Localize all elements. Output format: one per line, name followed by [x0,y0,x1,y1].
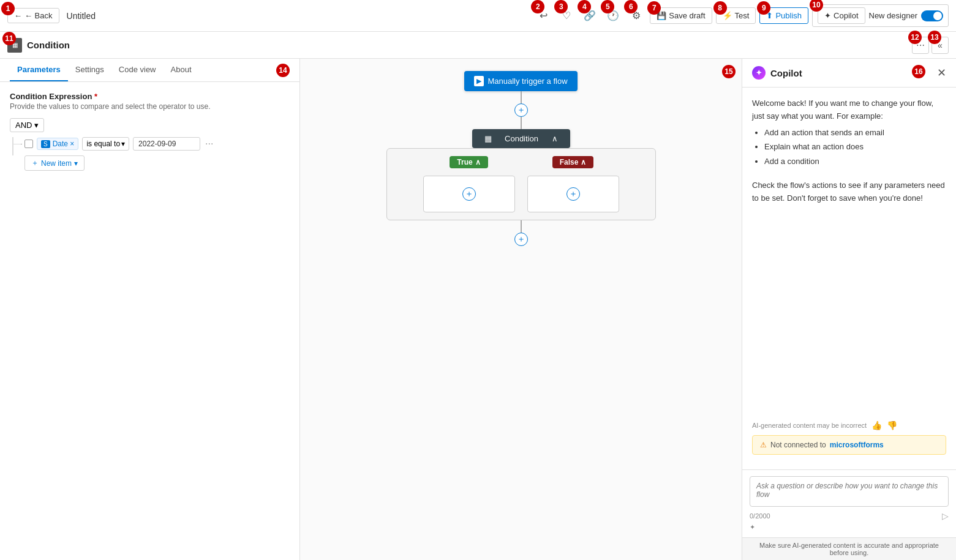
add-in-false[interactable]: ＋ [566,187,580,201]
condition-row: S Date × is equal to ▾ ··· [24,137,290,151]
example-1: Add an action that sends an email [764,127,946,140]
add-after-condition[interactable]: ＋ [514,233,528,246]
condition-title: Condition [27,40,70,50]
badge-16: 16 [912,65,925,78]
new-item-button[interactable]: ＋ New item ▾ [24,155,85,171]
center-panel: 15 ▶ Manually trigger a flow ＋ ▦ Conditi… [300,59,742,560]
copilot-welcome-message: Welcome back! If you want me to change y… [752,97,946,172]
tab-about[interactable]: About [164,59,199,81]
new-designer-toggle-wrap: ✦ Copilot New designer [812,4,949,27]
not-connected-banner: ⚠ Not connected to microsoftforms [752,435,946,455]
tab-code-view[interactable]: Code view [111,59,164,81]
branches-row: True ∧ ＋ False ∧ [423,156,619,212]
badge3-wrap: 3 ♡ [557,6,576,26]
connector-3 [521,220,522,233]
back-button[interactable]: ← ← Back [7,8,59,23]
copilot-button[interactable]: ✦ Copilot [818,7,865,24]
connector-2 [521,117,522,129]
copilot-panel: 16 ✦ Copilot ✕ Welcome back! If you want… [742,59,956,560]
badge2-wrap: 2 ↩ [533,6,553,26]
save-draft-label: Save draft [669,11,705,20]
main-layout: Parameters Settings Code view About 14 C… [0,59,956,560]
badge-1: 1 [1,2,15,15]
badge11-wrap: 11 ▦ Condition [7,38,70,53]
date-chip[interactable]: S Date × [37,138,78,150]
trigger-icon: ▶ [474,76,484,86]
badge10-wrap: 10 ✦ Copilot New designer [812,4,949,27]
condition-flow-label: Condition [505,134,538,143]
not-connected-text: Not connected to [770,441,826,449]
plus-icon: ＋ [31,158,39,168]
horiz-bar [12,144,21,144]
tab-parameters[interactable]: Parameters [10,59,68,81]
back-label: ← Back [24,11,53,20]
vert-bar [12,137,13,155]
badge14-wrap: 14 [276,59,290,81]
new-designer-toggle[interactable] [921,10,943,21]
copilot-input-footer: 0/2000 ▷ [750,511,949,521]
field-hint: Provide the values to compare and select… [10,102,290,111]
thumbs-down-button[interactable]: 👎 [887,420,897,430]
new-item-label: New item [41,159,72,168]
connector-1 [521,91,522,103]
thumbs-up-button[interactable]: 👍 [871,420,882,430]
false-label: False ∧ [552,156,594,168]
ai-disclaimer-text: AI-generated content may be incorrect [752,422,867,429]
badge-15: 15 [722,65,736,78]
required-marker: * [94,92,97,101]
copilot-title-text: Copilot [770,68,802,78]
true-branch-col: True ∧ ＋ [423,156,515,212]
copilot-star-icon: ✦ [824,11,831,20]
value-input[interactable] [133,137,200,151]
example-3: Add a condition [764,155,946,168]
row-more-button[interactable]: ··· [205,138,213,149]
top-bar: 1 ← ← Back Untitled 2 ↩ 3 ♡ 4 🔗 5 🕐 6 ⚙ [0,0,956,32]
condition-chevron-icon: ∧ [552,134,558,143]
badge-11: 11 [2,32,16,45]
service-name: microsoftforms [830,441,884,449]
branches-outer: True ∧ ＋ False ∧ [386,148,656,220]
condition-flow-node[interactable]: ▦ Condition ∧ [472,129,570,148]
trigger-node-wrap: ▶ Manually trigger a flow ＋ [464,71,577,129]
toggle-knob [933,12,942,20]
ai-disclaimer-row: AI-generated content may be incorrect 👍 … [752,416,946,430]
badge-3: 3 [554,0,568,13]
badge-5: 5 [601,0,614,13]
badge-14: 14 [276,64,290,77]
panel-content: Condition Expression * Provide the value… [0,82,299,560]
back-arrow-icon: ← [14,11,22,20]
warning-icon: ⚠ [760,441,767,449]
copilot-chat-input[interactable] [750,476,949,507]
badge5-wrap: 5 🕐 [603,6,623,26]
new-item-chevron-icon: ▾ [74,159,78,168]
example-2: Explain what an action does [764,141,946,154]
flow-canvas: ▶ Manually trigger a flow ＋ ▦ Condition … [312,71,729,377]
left-panel: Parameters Settings Code view About 14 C… [0,59,300,560]
add-after-trigger[interactable]: ＋ [514,103,528,117]
copilot-logo-icon: ✦ [752,66,766,80]
badge4-wrap: 4 🔗 [580,6,600,26]
badge-2: 2 [531,0,544,13]
top-bar-left: 1 ← ← Back Untitled [7,8,96,23]
row-checkbox[interactable] [24,140,33,148]
false-branch-box: ＋ [527,176,619,212]
back-btn-wrap: 1 ← ← Back [7,8,59,23]
copilot-check-message: Check the flow's actions to see if any p… [752,179,946,205]
operator-chevron-icon: ▾ [121,140,125,148]
publish-label: Publish [775,11,802,20]
trigger-node[interactable]: ▶ Manually trigger a flow [464,71,577,91]
badge7-wrap: 7 💾 Save draft [650,7,712,24]
badge13-wrap: 13 « [932,37,949,54]
tab-settings[interactable]: Settings [68,59,111,81]
second-bar: 11 ▦ Condition 12 ⋯ 13 « [0,32,956,59]
char-count: 0/2000 [750,512,770,520]
operator-dropdown[interactable]: is equal to ▾ [82,137,129,151]
copilot-footer-note: Make sure AI-generated content is accura… [742,537,956,560]
top-bar-right: 2 ↩ 3 ♡ 4 🔗 5 🕐 6 ⚙ 7 💾 Save draft 8 [533,4,949,27]
send-button[interactable]: ▷ [942,511,949,521]
copilot-spark-row: ✦ [750,523,949,531]
copilot-close-button[interactable]: ✕ [937,66,946,80]
badge12-wrap: 12 ⋯ [912,37,929,54]
and-dropdown[interactable]: AND ▾ [10,118,44,132]
add-in-true[interactable]: ＋ [462,187,476,201]
